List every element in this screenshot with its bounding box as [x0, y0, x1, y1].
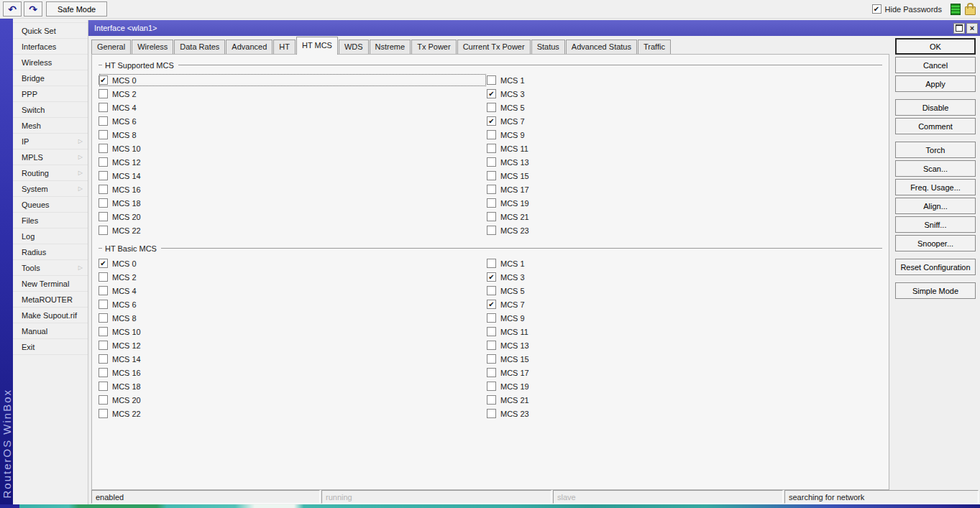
sidebar-item-mesh[interactable]: Mesh — [13, 118, 88, 134]
checkbox-mcs-12[interactable]: MCS 12 — [99, 155, 487, 169]
checkbox-mcs-5[interactable]: MCS 5 — [487, 101, 884, 114]
sniff-button[interactable]: Sniff... — [895, 216, 976, 233]
checkbox-mcs-4[interactable]: MCS 4 — [99, 284, 487, 297]
sidebar-item-log[interactable]: Log — [13, 228, 88, 244]
checkbox-mcs-9[interactable]: MCS 9 — [487, 311, 884, 325]
cancel-button[interactable]: Cancel — [895, 57, 976, 73]
checkbox-mcs-8[interactable]: MCS 8 — [99, 311, 487, 325]
apply-button[interactable]: Apply — [895, 75, 976, 92]
checkbox-mcs-1[interactable]: MCS 1 — [487, 257, 884, 270]
sidebar-item-tools[interactable]: Tools▷ — [13, 260, 88, 276]
checkbox-mcs-17[interactable]: MCS 17 — [487, 183, 884, 196]
hide-passwords-checkbox[interactable]: ✔ — [872, 4, 881, 14]
sidebar-item-quick-set[interactable]: Quick Set — [13, 22, 88, 39]
checkbox-mcs-22[interactable]: MCS 22 — [99, 223, 487, 237]
sidebar-item-manual[interactable]: Manual — [13, 323, 88, 339]
ok-button[interactable]: OK — [895, 38, 976, 55]
checkbox-mcs-22[interactable]: MCS 22 — [99, 407, 487, 420]
checkbox-mcs-13[interactable]: MCS 13 — [487, 155, 884, 169]
sidebar-item-system[interactable]: System▷ — [13, 181, 88, 197]
tab-nstreme[interactable]: Nstreme — [370, 40, 411, 54]
sidebar-item-wireless[interactable]: Wireless — [13, 55, 88, 70]
checkbox-mcs-3[interactable]: ✔MCS 3 — [487, 87, 884, 101]
checkbox-mcs-6[interactable]: MCS 6 — [99, 297, 487, 311]
tab-ht[interactable]: HT — [273, 40, 296, 54]
checkbox-mcs-21[interactable]: MCS 21 — [487, 210, 884, 223]
sidebar-item-ppp[interactable]: PPP — [13, 86, 88, 102]
checkbox-mcs-5[interactable]: MCS 5 — [487, 284, 884, 297]
checkbox-mcs-23[interactable]: MCS 23 — [487, 407, 884, 420]
sidebar-item-ip[interactable]: IP▷ — [13, 134, 88, 149]
checkbox-mcs-20[interactable]: MCS 20 — [99, 210, 487, 223]
checkbox-mcs-20[interactable]: MCS 20 — [99, 393, 487, 407]
checkbox-mcs-11[interactable]: MCS 11 — [487, 142, 884, 155]
checkbox-mcs-18[interactable]: MCS 18 — [99, 379, 487, 393]
sidebar-item-interfaces[interactable]: Interfaces — [13, 39, 88, 55]
checkbox-mcs-12[interactable]: MCS 12 — [99, 338, 487, 352]
undo-button[interactable]: ↶ — [3, 1, 22, 17]
checkbox-mcs-11[interactable]: MCS 11 — [487, 325, 884, 338]
sidebar-item-metarouter[interactable]: MetaROUTER — [13, 292, 88, 308]
tab-wireless[interactable]: Wireless — [132, 40, 173, 54]
tab-advanced-status[interactable]: Advanced Status — [566, 40, 637, 54]
disable-button[interactable]: Disable — [895, 99, 976, 116]
checkbox-mcs-16[interactable]: MCS 16 — [99, 183, 487, 196]
checkbox-mcs-19[interactable]: MCS 19 — [487, 196, 884, 210]
close-button[interactable]: × — [966, 23, 978, 34]
reset-configuration-button[interactable]: Reset Configuration — [895, 259, 976, 275]
comment-button[interactable]: Comment — [895, 118, 976, 134]
sidebar-item-radius[interactable]: Radius — [13, 244, 88, 260]
checkbox-mcs-10[interactable]: MCS 10 — [99, 142, 487, 155]
tab-tx-power[interactable]: Tx Power — [411, 40, 456, 54]
checkbox-mcs-10[interactable]: MCS 10 — [99, 325, 487, 338]
checkbox-mcs-17[interactable]: MCS 17 — [487, 366, 884, 379]
snooper-button[interactable]: Snooper... — [895, 235, 976, 251]
checkbox-mcs-7[interactable]: ✔MCS 7 — [487, 297, 884, 311]
simple-mode-button[interactable]: Simple Mode — [895, 282, 976, 299]
checkbox-mcs-8[interactable]: MCS 8 — [99, 128, 487, 142]
sidebar-item-make-supout-rif[interactable]: Make Supout.rif — [13, 308, 88, 323]
sidebar-item-files[interactable]: Files — [13, 213, 88, 228]
checkbox-mcs-15[interactable]: MCS 15 — [487, 352, 884, 366]
restore-button[interactable] — [953, 23, 965, 34]
checkbox-mcs-23[interactable]: MCS 23 — [487, 223, 884, 237]
tab-advanced[interactable]: Advanced — [226, 40, 273, 54]
torch-button[interactable]: Torch — [895, 142, 976, 158]
checkbox-mcs-0[interactable]: ✔MCS 0 — [99, 257, 487, 270]
checkbox-mcs-14[interactable]: MCS 14 — [99, 169, 487, 183]
align-button[interactable]: Align... — [895, 198, 976, 214]
freq-usage-button[interactable]: Freq. Usage... — [895, 179, 976, 195]
checkbox-mcs-15[interactable]: MCS 15 — [487, 169, 884, 183]
checkbox-mcs-21[interactable]: MCS 21 — [487, 393, 884, 407]
checkbox-mcs-13[interactable]: MCS 13 — [487, 338, 884, 352]
sidebar-item-bridge[interactable]: Bridge — [13, 70, 88, 86]
checkbox-mcs-9[interactable]: MCS 9 — [487, 128, 884, 142]
checkbox-mcs-0[interactable]: ✔MCS 0 — [99, 73, 487, 87]
safe-mode-button[interactable]: Safe Mode — [46, 1, 107, 17]
checkbox-mcs-1[interactable]: MCS 1 — [487, 73, 884, 87]
sidebar-item-switch[interactable]: Switch — [13, 102, 88, 118]
sidebar-item-exit[interactable]: Exit — [13, 339, 88, 355]
sidebar-item-queues[interactable]: Queues — [13, 197, 88, 213]
tab-wds[interactable]: WDS — [339, 40, 369, 54]
checkbox-mcs-18[interactable]: MCS 18 — [99, 196, 487, 210]
tab-traffic[interactable]: Traffic — [638, 40, 671, 54]
checkbox-mcs-2[interactable]: MCS 2 — [99, 270, 487, 284]
checkbox-mcs-3[interactable]: ✔MCS 3 — [487, 270, 884, 284]
scan-button[interactable]: Scan... — [895, 160, 976, 177]
sidebar-item-routing[interactable]: Routing▷ — [13, 165, 88, 181]
tab-ht-mcs[interactable]: HT MCS — [296, 37, 338, 55]
tab-general[interactable]: General — [91, 40, 131, 54]
sidebar-item-new-terminal[interactable]: New Terminal — [13, 276, 88, 292]
checkbox-mcs-19[interactable]: MCS 19 — [487, 379, 884, 393]
checkbox-mcs-4[interactable]: MCS 4 — [99, 101, 487, 114]
checkbox-mcs-16[interactable]: MCS 16 — [99, 366, 487, 379]
checkbox-mcs-2[interactable]: MCS 2 — [99, 87, 487, 101]
tab-data-rates[interactable]: Data Rates — [174, 40, 225, 54]
tab-current-tx-power[interactable]: Current Tx Power — [457, 40, 531, 54]
tab-status[interactable]: Status — [531, 40, 565, 54]
redo-button[interactable]: ↷ — [24, 1, 42, 17]
checkbox-mcs-7[interactable]: ✔MCS 7 — [487, 114, 884, 128]
checkbox-mcs-14[interactable]: MCS 14 — [99, 352, 487, 366]
checkbox-mcs-6[interactable]: MCS 6 — [99, 114, 487, 128]
